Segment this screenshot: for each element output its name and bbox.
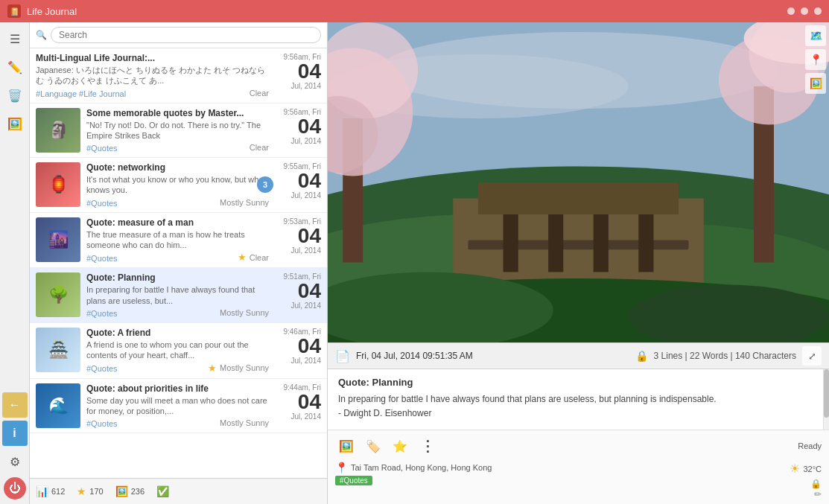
- thumb-image: 🗿: [36, 108, 80, 153]
- photo-status-icon: 🖼️: [115, 485, 128, 497]
- entry-day: 04: [298, 170, 321, 191]
- list-item[interactable]: 🗿 Some memorable quotes by Master... "No…: [30, 103, 327, 159]
- sidebar-btn-edit[interactable]: ✏️: [2, 54, 28, 80]
- entry-actions: #Quotes Mostly Sunny: [86, 418, 269, 428]
- sidebar-btn-settings[interactable]: ⚙: [2, 449, 28, 474]
- window-dot-1[interactable]: [787, 7, 795, 15]
- svg-rect-25: [594, 214, 609, 272]
- location-text: Tai Tam Road, Hong Kong, Hong Kong: [351, 463, 492, 472]
- entry-month-year: Jul, 2014: [290, 412, 321, 421]
- sidebar-btn-info[interactable]: i: [2, 421, 28, 446]
- entry-date-col: 9:51am, Fri 04 Jul, 2014: [269, 272, 321, 318]
- entry-weather: Mostly Sunny: [220, 418, 269, 427]
- info-icon: i: [13, 427, 16, 440]
- entry-month-year: Jul, 2014: [290, 137, 321, 145]
- entry-content-7: Quote: about priorities in life Some day…: [86, 383, 269, 429]
- thumb-image: 🌳: [36, 272, 80, 317]
- list-status-bar: 📊 612 ★ 170 🖼️ 236 ✅: [30, 478, 327, 504]
- photos-value: 236: [131, 487, 144, 496]
- search-input[interactable]: [51, 27, 321, 43]
- entry-thumbnail: 🌊: [36, 383, 80, 428]
- star-icon: ★: [238, 252, 247, 263]
- entry-day: 04: [298, 392, 321, 412]
- tag-badge: #Quotes: [335, 476, 372, 485]
- entry-thumbnail: 🏯: [36, 328, 80, 372]
- entry-day: 04: [298, 336, 321, 357]
- footer-meta: 📍 Tai Tam Road, Hong Kong, Hong Kong #Qu…: [335, 462, 822, 500]
- scrollbar-track[interactable]: [823, 369, 829, 430]
- entry-weather: Mostly Sunny: [220, 308, 269, 317]
- map-button[interactable]: 🗺️: [805, 25, 826, 46]
- footer-toolbar: 🖼️ 🏷️ ⭐ ⋮ Ready: [335, 435, 822, 457]
- sidebar-btn-delete[interactable]: 🗑️: [2, 83, 28, 108]
- menu-icon: ☰: [10, 32, 20, 46]
- list-item[interactable]: Multi-Lingual Life Journal:... Japanese:…: [30, 48, 327, 103]
- window-dot-3[interactable]: [814, 7, 822, 15]
- entry-date-col: 9:53am, Fri 04 Jul, 2014: [269, 217, 321, 264]
- tag-tool-button[interactable]: 🏷️: [362, 435, 384, 457]
- entry-actions: #Quotes Clear: [86, 142, 269, 153]
- ready-status: Ready: [798, 440, 822, 452]
- entry-day: 04: [298, 61, 321, 82]
- star-tool-button[interactable]: ⭐: [389, 435, 411, 457]
- entry-tag: #Quotes: [86, 364, 118, 373]
- entry-header-date: Fri, 04 Jul, 2014 09:51:35 AM: [356, 351, 629, 361]
- entry-list-panel: 🔍 Multi-Lingual Life Journal:... Japanes…: [30, 22, 328, 504]
- sidebar-btn-back[interactable]: ←: [2, 392, 28, 418]
- count-status: 📊 612: [36, 485, 65, 497]
- title-bar: 📔 Life Journal: [0, 0, 829, 22]
- list-item[interactable]: 🌳 Quote: Planning In preparing for battl…: [30, 268, 327, 323]
- main-layout: ☰ ✏️ 🗑️ 🖼️ ← i ⚙ ⏻ 🔍: [0, 22, 829, 504]
- entry-action-label: Clear: [250, 143, 269, 152]
- sidebar-btn-menu[interactable]: ☰: [2, 26, 28, 51]
- entry-date-col: 9:56am, Fri 04 Jul, 2014: [269, 53, 321, 98]
- svg-rect-22: [468, 240, 688, 249]
- entry-content-body: In preparing for battle I have always fo…: [338, 392, 819, 421]
- list-item[interactable]: 🏯 Quote: A friend A friend is one to who…: [30, 323, 327, 379]
- entry-content-title: Quote: Planning: [338, 377, 819, 388]
- power-icon: ⏻: [9, 482, 21, 495]
- entry-title: Quote: measure of a man: [86, 217, 269, 228]
- sidebar-btn-power[interactable]: ⏻: [4, 477, 26, 500]
- stars-value: 170: [89, 487, 103, 496]
- entry-thumbnail: 🌆: [36, 217, 80, 262]
- list-item[interactable]: 🏮 Quote: networking It's not what you kn…: [30, 158, 327, 213]
- back-icon: ←: [9, 398, 21, 412]
- lock-closed-icon: 🔒: [810, 479, 822, 489]
- image-button[interactable]: 🖼️: [805, 73, 826, 94]
- entry-date-col: 9:55am, Fri 04 Jul, 2014: [269, 162, 321, 208]
- app-title: Life Journal: [27, 6, 787, 17]
- entry-title: Quote: Planning: [86, 272, 269, 283]
- list-item[interactable]: 🌆 Quote: measure of a man The true measu…: [30, 213, 327, 269]
- entry-month-year: Jul, 2014: [290, 302, 321, 310]
- entry-title: Some memorable quotes by Master...: [86, 108, 269, 118]
- entry-content-3: Quote: networking It's not what you know…: [86, 162, 269, 208]
- entry-header-bar: 📄 Fri, 04 Jul, 2014 09:51:35 AM 🔒 3 Line…: [328, 342, 829, 369]
- right-panel: 🗺️ 📍 🖼️ 📄 Fri, 04 Jul, 2014 09:51:35 AM …: [328, 22, 829, 504]
- journal-svg-art: [328, 22, 829, 342]
- entry-content-4: Quote: measure of a man The true measure…: [86, 217, 269, 264]
- entry-actions: #Language #Life Journal Clear: [36, 88, 269, 98]
- sidebar-btn-photo[interactable]: 🖼️: [2, 111, 28, 136]
- entry-month-year: Jul, 2014: [290, 82, 321, 90]
- entry-action-label: Clear: [250, 89, 269, 98]
- entry-content-2: Some memorable quotes by Master... "No! …: [86, 108, 269, 153]
- photo-tool-button[interactable]: 🖼️: [335, 435, 358, 457]
- window-dot-2[interactable]: [801, 7, 808, 15]
- entry-month-year: Jul, 2014: [290, 191, 321, 200]
- temperature: 32°C: [803, 465, 822, 473]
- pin-button[interactable]: 📍: [805, 49, 826, 70]
- entry-text: Japanese: いろはにほへと ちりぬるを わかよた れそ つねならむ うゐ…: [36, 65, 269, 86]
- entry-footer: 🖼️ 🏷️ ⭐ ⋮ Ready 📍 Tai Tam Road, Hong Kon…: [328, 430, 829, 504]
- more-tool-button[interactable]: ⋮: [416, 435, 438, 457]
- entry-weather: Mostly Sunny: [220, 198, 269, 207]
- lock-icon[interactable]: 🔒: [635, 350, 648, 362]
- entry-header-stats: 3 Lines | 22 Words | 140 Characters: [654, 351, 796, 361]
- list-item[interactable]: 🌊 Quote: about priorities in life Some d…: [30, 379, 327, 434]
- entry-thumbnail: 🗿: [36, 108, 80, 153]
- expand-button[interactable]: ⤢: [802, 346, 822, 366]
- photo-icon: 🖼️: [7, 117, 22, 131]
- footer-left: 📍 Tai Tam Road, Hong Kong, Hong Kong #Qu…: [335, 462, 782, 485]
- scrollbar-thumb[interactable]: [824, 369, 829, 418]
- entry-content-5: Quote: Planning In preparing for battle …: [86, 272, 269, 318]
